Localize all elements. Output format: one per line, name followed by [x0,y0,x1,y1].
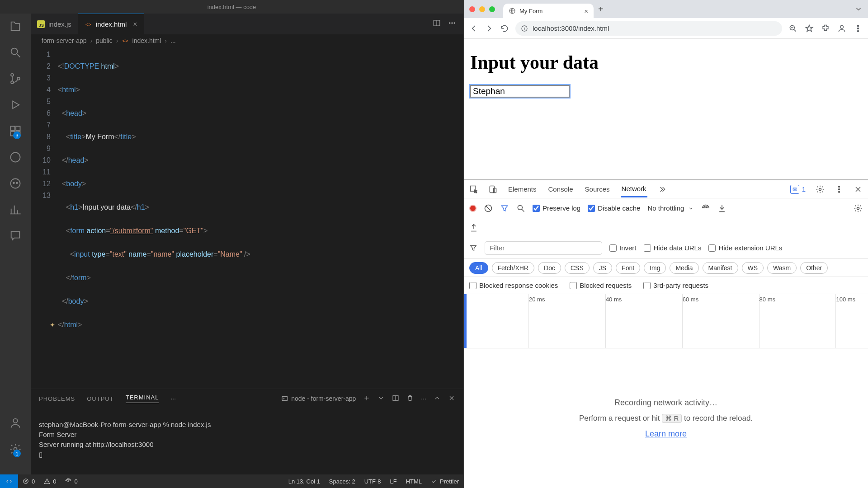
chevron-down-icon[interactable] [854,5,863,13]
extensions-icon[interactable]: 3 [8,124,23,138]
search-icon[interactable] [516,204,525,213]
issues-button[interactable]: ✉1 [790,185,806,194]
chip-wasm[interactable]: Wasm [767,262,797,274]
terminal-body[interactable]: stephan@MacBook-Pro form-server-app % no… [31,408,463,474]
tab-index-html[interactable]: <> index.html × [78,14,144,34]
menu-icon[interactable] [854,24,863,33]
bookmark-icon[interactable] [805,24,814,33]
breadcrumb-seg[interactable]: form-server-app [42,37,87,44]
split-terminal-icon[interactable] [392,394,399,403]
tab-index-js[interactable]: JS index.js [31,14,78,34]
profile-icon[interactable] [837,24,846,33]
status-lang[interactable]: HTML [401,478,426,485]
code-editor[interactable]: 12345678910111213 <!DOCTYPE html> <html>… [31,47,463,389]
chip-font[interactable]: Font [616,262,640,274]
chip-js[interactable]: JS [593,262,612,274]
devtools-tab-console[interactable]: Console [547,182,574,197]
trash-icon[interactable] [406,394,414,403]
account-icon[interactable] [8,416,23,430]
status-ports[interactable]: 0 [61,478,82,485]
close-icon[interactable] [854,185,863,194]
filter-input[interactable] [485,241,602,255]
breadcrumb-seg[interactable]: ... [170,37,176,44]
terminal-task[interactable]: node - form-server-app [281,395,356,402]
chip-img[interactable]: Img [644,262,666,274]
more-icon[interactable]: ··· [421,395,426,402]
tab-output[interactable]: OUTPUT [87,395,113,402]
chevron-up-icon[interactable] [434,394,441,403]
filter-icon[interactable] [500,204,509,213]
chart-icon[interactable] [8,202,23,217]
status-encoding[interactable]: UTF-8 [360,478,386,485]
status-eol[interactable]: LF [386,478,401,485]
comment-icon[interactable] [8,229,23,243]
invert-checkbox[interactable]: Invert [609,244,637,252]
source-control-icon[interactable] [8,71,23,86]
devtools-settings-icon[interactable] [816,185,825,194]
chip-doc[interactable]: Doc [538,262,561,274]
run-debug-icon[interactable] [8,98,23,112]
chip-ws[interactable]: WS [742,262,764,274]
code-body[interactable]: <!DOCTYPE html> <html> <head> <title>My … [58,49,463,389]
breadcrumb[interactable]: form-server-app› public› <> index.html› … [31,34,463,47]
inspect-icon[interactable] [469,185,478,194]
new-terminal-icon[interactable] [363,394,370,403]
close-icon[interactable]: × [133,20,137,28]
preserve-log-checkbox[interactable]: Preserve log [533,204,580,212]
chip-other[interactable]: Other [800,262,828,274]
more-icon[interactable]: ··· [170,395,176,402]
export-icon[interactable] [469,223,478,232]
devtools-tab-elements[interactable]: Elements [507,182,538,197]
remote-button[interactable] [0,474,18,488]
tab-problems[interactable]: PROBLEMS [39,395,75,402]
network-conditions-icon[interactable] [701,204,710,213]
zoom-icon[interactable] [788,24,797,33]
devtools-tab-sources[interactable]: Sources [584,182,611,197]
breadcrumb-seg[interactable]: public [96,37,113,44]
status-prettier[interactable]: Prettier [426,478,463,485]
tab-terminal[interactable]: TERMINAL [126,394,159,403]
address-bar[interactable]: localhost:3000/index.html [515,21,782,36]
chip-fetch[interactable]: Fetch/XHR [492,262,534,274]
chip-css[interactable]: CSS [565,262,590,274]
blocked-requests-checkbox[interactable]: Blocked requests [570,282,632,289]
record-button[interactable] [469,205,476,212]
chip-media[interactable]: Media [670,262,698,274]
status-errors[interactable]: 0 [18,478,39,485]
throttling-select[interactable]: No throttling [647,204,694,212]
window-controls[interactable] [469,6,495,12]
site-info-icon[interactable] [521,25,528,32]
breadcrumb-seg[interactable]: index.html [132,37,161,44]
devtools-tab-network[interactable]: Network [621,181,647,197]
hide-data-urls-checkbox[interactable]: Hide data URLs [644,244,702,252]
device-icon[interactable] [488,185,497,194]
import-icon[interactable] [717,204,726,213]
explorer-icon[interactable] [8,19,23,33]
learn-more-link[interactable]: Learn more [645,429,687,439]
status-warnings[interactable]: 0 [39,478,61,485]
disable-cache-checkbox[interactable]: Disable cache [588,204,640,212]
clear-icon[interactable] [484,204,493,213]
split-editor-icon[interactable] [433,19,441,29]
third-party-checkbox[interactable]: 3rd-party requests [643,282,708,289]
settings-icon[interactable]: 1 [8,442,23,456]
chip-manifest[interactable]: Manifest [703,262,738,274]
hide-extension-urls-checkbox[interactable]: Hide extension URLs [708,244,782,252]
more-icon[interactable] [448,19,456,29]
close-icon[interactable] [448,394,455,403]
browser-tab[interactable]: My Form × [503,4,594,18]
search-icon[interactable] [8,45,23,60]
close-icon[interactable]: × [584,7,588,15]
name-input[interactable] [470,85,570,98]
copilot-icon[interactable] [8,176,23,191]
back-icon[interactable] [469,24,478,33]
forward-icon[interactable] [485,24,494,33]
more-tabs-icon[interactable] [657,185,666,194]
reload-icon[interactable] [500,24,509,33]
chevron-down-icon[interactable] [377,394,385,403]
status-cursor-pos[interactable]: Ln 13, Col 1 [284,478,325,485]
status-spaces[interactable]: Spaces: 2 [325,478,360,485]
extensions-icon[interactable] [821,24,830,33]
network-settings-icon[interactable] [854,204,863,213]
new-tab-button[interactable]: + [598,4,604,14]
